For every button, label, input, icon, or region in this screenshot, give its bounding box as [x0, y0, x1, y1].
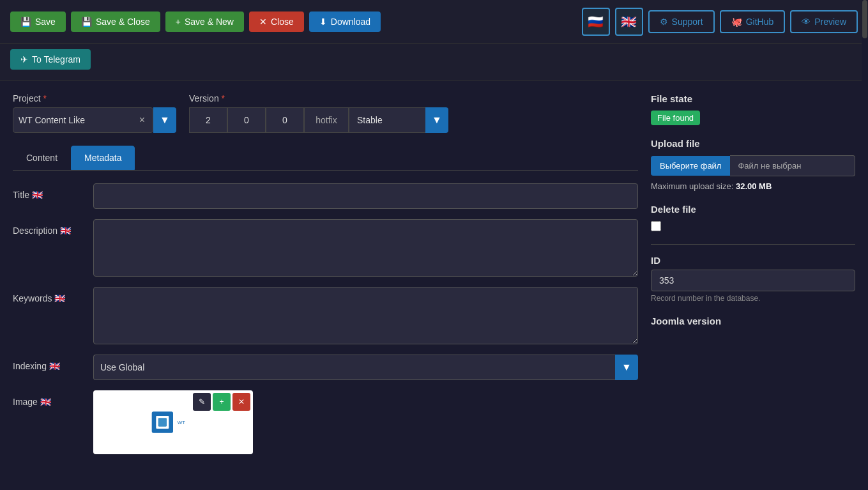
support-button[interactable]: ⚙ Support: [648, 10, 715, 33]
keywords-textarea[interactable]: [93, 287, 638, 344]
right-panel: File state File found Upload file Выбери…: [651, 93, 855, 487]
indexing-dropdown-button[interactable]: ▼: [615, 355, 638, 380]
id-section: ID Record number in the database.: [651, 255, 855, 303]
file-state-section: File state File found: [651, 93, 855, 125]
id-input: [651, 270, 855, 291]
download-button[interactable]: ⬇ Download: [309, 11, 381, 32]
version-group: Version * Stable ▼: [189, 93, 448, 133]
delete-file-checkbox[interactable]: [651, 221, 661, 231]
plus-icon: +: [219, 397, 224, 406]
id-hint: Record number in the database.: [651, 294, 855, 303]
scrollbar-thumb: [862, 0, 867, 38]
project-input-wrap: WT Content Like ×: [13, 107, 153, 133]
upload-input-wrap: Выберите файл Файл не выбран: [651, 155, 855, 176]
delete-file-title: Delete file: [651, 204, 855, 215]
metadata-form: Title 🇬🇧 Description 🇬🇧 Keywords 🇬🇧: [13, 183, 638, 454]
lang-ru-button[interactable]: 🇷🇺: [582, 8, 610, 36]
version-inputs: Stable ▼: [189, 107, 448, 133]
project-dropdown-button[interactable]: ▼: [153, 107, 176, 133]
delete-icon: ✕: [238, 397, 245, 406]
upload-filename: Файл не выбран: [730, 155, 855, 176]
description-label: Description 🇬🇧: [13, 219, 83, 236]
telegram-icon: ✈: [20, 54, 28, 65]
image-edit-button[interactable]: ✎: [193, 393, 211, 411]
chevron-down-icon: ▼: [432, 114, 442, 126]
divider: [651, 244, 855, 245]
telegram-button[interactable]: ✈ To Telegram: [10, 49, 91, 70]
indexing-select-wrap: Use Global Index No Index ▼: [93, 355, 638, 380]
version-stability-dropdown[interactable]: ▼: [425, 107, 448, 133]
close-icon: ✕: [259, 17, 267, 27]
delete-file-label: [651, 221, 855, 231]
tab-metadata[interactable]: Metadata: [71, 146, 135, 170]
preview-icon: 👁: [802, 17, 811, 27]
upload-file-title: Upload file: [651, 138, 855, 149]
delete-file-section: Delete file: [651, 204, 855, 231]
description-textarea[interactable]: [93, 219, 638, 277]
indexing-row: Indexing 🇬🇧 Use Global Index No Index ▼: [13, 355, 638, 380]
lang-en-button[interactable]: 🇬🇧: [615, 8, 643, 36]
support-icon: ⚙: [660, 17, 668, 27]
version-hotfix-input[interactable]: [304, 107, 349, 133]
file-state-title: File state: [651, 93, 855, 104]
toolbar-right: 🇷🇺 🇬🇧 ⚙ Support 🐙 GitHub 👁 Preview: [582, 8, 858, 36]
save-close-icon: 💾: [81, 17, 92, 27]
save-button[interactable]: 💾 Save: [10, 11, 66, 32]
project-group: Project * WT Content Like × ▼: [13, 93, 176, 133]
svg-text:WT: WT: [178, 420, 186, 425]
preview-button[interactable]: 👁 Preview: [790, 10, 858, 33]
image-delete-button[interactable]: ✕: [232, 393, 250, 411]
title-row: Title 🇬🇧: [13, 183, 638, 209]
file-found-badge: File found: [651, 111, 700, 125]
joomla-version-title: Joomla version: [651, 316, 855, 326]
version-label: Version *: [189, 93, 448, 103]
tab-content[interactable]: Content: [13, 146, 71, 170]
tabs: Content Metadata: [13, 146, 638, 171]
project-label: Project *: [13, 93, 176, 103]
indexing-select[interactable]: Use Global Index No Index: [93, 355, 615, 380]
chevron-down-icon: ▼: [160, 114, 170, 126]
image-buttons: ✎ + ✕: [193, 393, 250, 411]
left-panel: Project * WT Content Like × ▼ Version *: [13, 93, 651, 487]
title-input[interactable]: [93, 183, 638, 209]
version-stability-value: Stable: [349, 107, 425, 133]
svg-rect-3: [158, 418, 167, 426]
github-icon: 🐙: [731, 17, 742, 27]
upload-file-section: Upload file Выберите файл Файл не выбран…: [651, 138, 855, 191]
github-button[interactable]: 🐙 GitHub: [720, 10, 786, 33]
toolbar: 💾 Save 💾 Save & Close + Save & New ✕ Clo…: [0, 0, 868, 44]
chevron-down-icon: ▼: [621, 362, 632, 373]
keywords-row: Keywords 🇬🇧: [13, 287, 638, 344]
close-button[interactable]: ✕ Close: [249, 11, 304, 32]
en-flag-icon: 🇬🇧: [621, 14, 637, 29]
main-content: Project * WT Content Like × ▼ Version *: [0, 80, 868, 487]
indexing-label: Indexing 🇬🇧: [13, 355, 83, 371]
upload-choose-button[interactable]: Выберите файл: [651, 156, 730, 176]
version-patch-input[interactable]: [266, 107, 304, 133]
keywords-label: Keywords 🇬🇧: [13, 287, 83, 303]
project-value: WT Content Like: [19, 115, 137, 125]
version-major-input[interactable]: [189, 107, 227, 133]
joomla-version-section: Joomla version: [651, 316, 855, 326]
ru-flag-icon: 🇷🇺: [588, 14, 604, 29]
title-label: Title 🇬🇧: [13, 183, 83, 200]
save-icon: 💾: [20, 17, 31, 27]
image-label: Image 🇬🇧: [13, 390, 83, 407]
description-row: Description 🇬🇧: [13, 219, 638, 277]
scrollbar-track[interactable]: [862, 0, 868, 490]
plus-icon: +: [176, 17, 181, 27]
download-icon: ⬇: [319, 17, 327, 27]
max-upload-size: Maximum upload size: 32.00 MB: [651, 181, 855, 191]
project-clear-button[interactable]: ×: [137, 114, 148, 126]
id-title: ID: [651, 255, 855, 266]
image-add-button[interactable]: +: [213, 393, 231, 411]
version-stable-wrap: Stable ▼: [349, 107, 448, 133]
image-preview-area: ✎ + ✕ WT: [93, 390, 253, 454]
save-close-button[interactable]: 💾 Save & Close: [71, 11, 160, 32]
project-version-row: Project * WT Content Like × ▼ Version *: [13, 93, 638, 133]
image-row: Image 🇬🇧 ✎ + ✕: [13, 390, 638, 454]
save-new-button[interactable]: + Save & New: [165, 11, 244, 32]
edit-icon: ✎: [199, 397, 205, 406]
version-minor-input[interactable]: [227, 107, 266, 133]
toolbar-row2: ✈ To Telegram: [0, 44, 868, 80]
